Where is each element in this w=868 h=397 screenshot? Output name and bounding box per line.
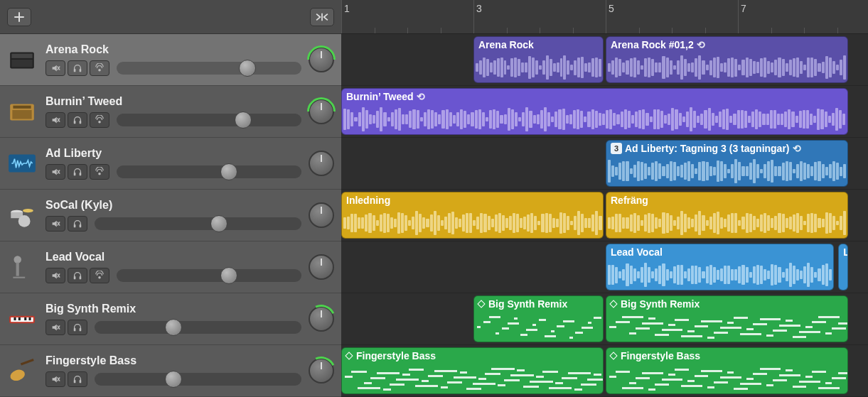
volume-slider[interactable] xyxy=(117,165,301,178)
svg-rect-38 xyxy=(80,380,82,383)
pan-knob[interactable] xyxy=(309,47,334,72)
bass-icon xyxy=(6,352,38,389)
waveform xyxy=(608,263,832,287)
region[interactable]: Fingerstyle Bass xyxy=(341,347,604,394)
solo-headphones-button[interactable] xyxy=(68,268,87,283)
amp-icon xyxy=(6,41,38,78)
region[interactable]: Fingerstyle Bass xyxy=(606,347,848,394)
region-name: Big Synth Remix xyxy=(488,298,567,310)
volume-slider[interactable] xyxy=(95,373,301,386)
track-info: Big Synth Remix xyxy=(45,303,301,335)
region[interactable]: Big Synth Remix xyxy=(606,295,848,342)
input-monitor-icon xyxy=(95,271,105,281)
volume-thumb[interactable] xyxy=(220,163,237,180)
mute-button[interactable] xyxy=(45,268,65,283)
region[interactable]: Big Synth Remix xyxy=(473,295,604,342)
mute-button[interactable] xyxy=(45,60,65,76)
ruler-tick xyxy=(341,28,342,33)
region[interactable]: 3Ad Liberty: Tagning 3 (3 tagningar)⟲ xyxy=(606,140,848,187)
region-name: Arena Rock xyxy=(478,39,534,50)
track-mini-buttons xyxy=(45,320,87,335)
catch-playhead-button[interactable] xyxy=(310,8,334,26)
solo-headphones-button[interactable] xyxy=(68,112,87,128)
ruler-tick xyxy=(375,28,375,33)
catch-icon xyxy=(314,12,330,22)
solo-headphones-button[interactable] xyxy=(68,371,87,387)
volume-thumb[interactable] xyxy=(165,319,182,336)
region[interactable]: Refräng xyxy=(606,192,848,239)
loop-diamond-icon xyxy=(609,300,617,308)
region[interactable]: Inledning xyxy=(341,192,604,239)
input-monitor-button[interactable] xyxy=(90,268,109,283)
track-header[interactable]: SoCal (Kyle) xyxy=(0,190,341,241)
region[interactable]: Lead xyxy=(838,244,848,290)
pan-knob[interactable] xyxy=(309,306,334,332)
input-monitor-button[interactable] xyxy=(90,60,109,76)
volume-slider[interactable] xyxy=(95,321,301,334)
volume-thumb[interactable] xyxy=(165,371,182,388)
svg-rect-37 xyxy=(74,380,76,383)
loop-icon: ⟲ xyxy=(697,39,705,50)
region-label: Burnin’ Tweed⟲ xyxy=(346,91,843,102)
timeline-panel[interactable]: 1357 Arena RockArena Rock #01,2⟲Burnin’ … xyxy=(341,0,868,397)
region-label: Lead Vocal xyxy=(611,246,829,258)
input-monitor-button[interactable] xyxy=(90,112,109,128)
mute-button[interactable] xyxy=(45,216,65,232)
region-lane[interactable]: Lead VocalLead xyxy=(341,241,868,293)
pan-knob[interactable] xyxy=(309,202,334,228)
region[interactable]: Arena Rock #01,2⟲ xyxy=(606,36,848,83)
input-monitor-button[interactable] xyxy=(90,164,109,180)
volume-thumb[interactable] xyxy=(239,60,256,77)
svg-rect-8 xyxy=(13,106,31,109)
region-lane[interactable]: 3Ad Liberty: Tagning 3 (3 tagningar)⟲ xyxy=(341,138,868,190)
timeline-ruler[interactable]: 1357 xyxy=(341,0,868,34)
region-lane[interactable]: Fingerstyle BassFingerstyle Bass xyxy=(341,345,868,397)
svg-rect-4 xyxy=(80,69,82,72)
volume-thumb[interactable] xyxy=(210,215,227,232)
track-header[interactable]: Fingerstyle Bass xyxy=(0,345,341,397)
volume-slider[interactable] xyxy=(117,62,301,75)
svg-point-5 xyxy=(98,69,101,72)
pan-knob[interactable] xyxy=(309,358,334,384)
track-header[interactable]: Big Synth Remix xyxy=(0,293,341,345)
solo-headphones-button[interactable] xyxy=(68,216,87,232)
mute-button[interactable] xyxy=(45,164,65,180)
track-controls xyxy=(45,268,301,283)
headphones-icon xyxy=(73,167,82,177)
waveform xyxy=(608,55,846,80)
track-header[interactable]: Ad Liberty xyxy=(0,138,341,190)
region-lane[interactable]: InledningRefräng xyxy=(341,190,868,241)
drums-icon xyxy=(6,197,38,234)
volume-slider[interactable] xyxy=(95,217,301,230)
pan-knob[interactable] xyxy=(309,151,334,176)
pan-knob[interactable] xyxy=(309,99,334,124)
solo-headphones-button[interactable] xyxy=(68,320,87,335)
svg-rect-29 xyxy=(14,317,16,320)
region-lane[interactable]: Arena RockArena Rock #01,2⟲ xyxy=(341,34,868,86)
solo-headphones-button[interactable] xyxy=(68,60,87,76)
mute-icon xyxy=(50,115,60,125)
region[interactable]: Burnin’ Tweed⟲ xyxy=(341,88,848,135)
volume-thumb[interactable] xyxy=(220,267,237,284)
region-name: Fingerstyle Bass xyxy=(356,350,436,361)
add-track-button[interactable] xyxy=(7,8,31,26)
track-header[interactable]: Burnin’ Tweed xyxy=(0,86,341,138)
track-controls xyxy=(45,371,301,387)
volume-slider[interactable] xyxy=(117,114,301,126)
ruler-number: 3 xyxy=(476,3,482,14)
mute-button[interactable] xyxy=(45,112,65,128)
track-header[interactable]: Lead Vocal xyxy=(0,241,341,293)
region[interactable]: Lead Vocal xyxy=(606,244,834,290)
solo-headphones-button[interactable] xyxy=(68,164,87,180)
svg-rect-13 xyxy=(74,173,76,175)
mute-button[interactable] xyxy=(45,371,65,387)
mute-button[interactable] xyxy=(45,320,65,335)
region[interactable]: Arena Rock xyxy=(473,36,604,83)
track-name-label: Burnin’ Tweed xyxy=(45,95,301,108)
volume-thumb[interactable] xyxy=(235,112,252,129)
pan-knob[interactable] xyxy=(309,254,334,280)
track-header[interactable]: Arena Rock xyxy=(0,34,341,86)
region-lane[interactable]: Burnin’ Tweed⟲ xyxy=(341,86,868,138)
volume-slider[interactable] xyxy=(117,269,301,282)
region-lane[interactable]: Big Synth RemixBig Synth Remix xyxy=(341,293,868,345)
